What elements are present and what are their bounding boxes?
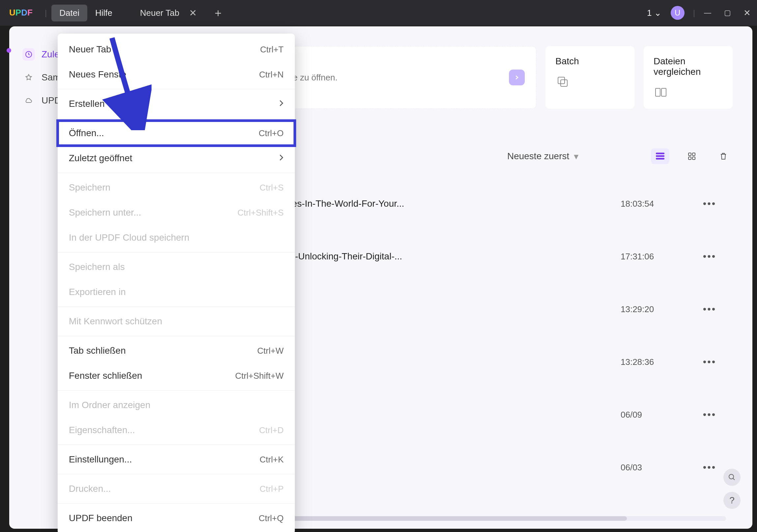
- new-tab-button[interactable]: ＋: [212, 5, 224, 20]
- menu-separator: [58, 390, 295, 391]
- menu-item-label: Eigenschaften...: [69, 425, 135, 435]
- menu-item[interactable]: Neues FensteCtrl+N: [58, 62, 295, 87]
- menu-item: Im Ordner anzeigen: [58, 392, 295, 418]
- tab-new[interactable]: Neuer Tab ✕: [134, 0, 203, 26]
- menu-item: In der UPDF Cloud speichern: [58, 225, 295, 250]
- menu-item-shortcut: Ctrl+Shift+S: [237, 208, 284, 218]
- file-more-button[interactable]: •••: [700, 303, 719, 315]
- batch-icon: [556, 75, 624, 91]
- menu-item: Drucken...Ctrl+P: [58, 476, 295, 501]
- sort-dropdown[interactable]: Neueste zuerst ▾: [507, 151, 578, 162]
- avatar[interactable]: U: [671, 6, 684, 20]
- menu-item-label: Neues Fenste: [69, 69, 126, 80]
- svg-rect-4: [655, 88, 660, 96]
- menu-separator: [58, 89, 295, 89]
- menu-item[interactable]: Einstellungen...Ctrl+K: [58, 447, 295, 472]
- view-list-button[interactable]: [651, 148, 669, 164]
- help-fab[interactable]: ?: [723, 492, 741, 509]
- clock-icon: [22, 48, 35, 61]
- svg-rect-2: [558, 77, 565, 84]
- file-more-button[interactable]: •••: [700, 462, 719, 473]
- menu-separator: [58, 306, 295, 307]
- file-menu-dropdown: Neuer TabCtrl+TNeues FensteCtrl+NErstell…: [58, 34, 295, 532]
- view-grid-button[interactable]: [682, 148, 701, 164]
- menu-item-label: Einstellungen...: [69, 454, 132, 465]
- menu-item[interactable]: Öffnen...Ctrl+O: [58, 121, 295, 146]
- menu-item[interactable]: Erstellen: [58, 91, 295, 116]
- svg-rect-11: [688, 157, 691, 160]
- menu-item[interactable]: UPDF beendenCtrl+Q: [58, 506, 295, 531]
- menu-item-label: In der UPDF Cloud speichern: [69, 233, 189, 243]
- menu-item[interactable]: Fenster schließenCtrl+Shift+W: [58, 363, 295, 388]
- menu-item: Speichern als: [58, 255, 295, 279]
- menu-item-label: Mit Kennwort schützen: [69, 316, 162, 327]
- cloud-icon: [22, 94, 35, 107]
- menu-item-label: Exportieren in: [69, 287, 126, 297]
- menu-item-label: Neuer Tab: [69, 44, 111, 55]
- menu-item-label: Speichern: [69, 182, 110, 193]
- file-time: 13:28:36: [621, 357, 700, 367]
- horizontal-scrollbar[interactable]: [230, 516, 726, 521]
- menu-separator: [58, 118, 295, 119]
- file-time: 06/09: [621, 410, 700, 420]
- menu-item: Mit Kennwort schützen: [58, 309, 295, 334]
- menu-item-shortcut: Ctrl+D: [259, 425, 284, 435]
- card-batch[interactable]: Batch: [546, 46, 634, 109]
- menu-item-label: Öffnen...: [69, 128, 104, 139]
- menu-help[interactable]: Hilfe: [87, 5, 120, 21]
- window-close[interactable]: ✕: [737, 8, 757, 18]
- edge-indicator: [7, 48, 11, 53]
- menu-separator: [58, 173, 295, 173]
- menu-item-label: UPDF beenden: [69, 513, 133, 523]
- caret-down-icon: ▾: [574, 151, 578, 162]
- file-more-button[interactable]: •••: [700, 198, 719, 209]
- menu-item-shortcut: Ctrl+N: [259, 70, 284, 80]
- menu-item-label: Im Ordner anzeigen: [69, 400, 150, 410]
- svg-rect-10: [692, 153, 695, 156]
- svg-point-13: [729, 474, 734, 479]
- window-maximize[interactable]: ▢: [717, 9, 737, 17]
- file-time: 17:31:06: [621, 252, 700, 262]
- file-more-button[interactable]: •••: [700, 409, 719, 420]
- chevron-right-icon: [279, 153, 284, 164]
- tab-close-icon[interactable]: ✕: [189, 8, 197, 18]
- menu-item: SpeichernCtrl+S: [58, 175, 295, 200]
- menu-item[interactable]: Zuletzt geöffnet: [58, 146, 295, 171]
- menu-item: Speichern unter...Ctrl+Shift+S: [58, 200, 295, 225]
- chevron-down-icon: ⌄: [654, 8, 661, 18]
- menu-item-label: Fenster schließen: [69, 370, 142, 381]
- file-more-button[interactable]: •••: [700, 356, 719, 367]
- menu-item[interactable]: Tab schließenCtrl+W: [58, 338, 295, 363]
- search-fab[interactable]: [723, 469, 741, 486]
- star-icon: [22, 71, 35, 84]
- file-more-button[interactable]: •••: [700, 251, 719, 262]
- menu-item-shortcut: Ctrl+Q: [258, 513, 284, 523]
- window-minimize[interactable]: —: [698, 9, 717, 17]
- sort-label: Neueste zuerst: [507, 151, 569, 162]
- menu-item: Eigenschaften...Ctrl+D: [58, 418, 295, 443]
- question-icon: ?: [729, 495, 735, 506]
- tab-count[interactable]: 1 ⌄: [647, 8, 661, 18]
- menu-separator: [58, 336, 295, 336]
- menu-item-shortcut: Ctrl+P: [259, 484, 284, 494]
- menu-item-label: Drucken...: [69, 484, 111, 494]
- menu-item-shortcut: Ctrl+S: [259, 183, 284, 193]
- menu-item[interactable]: Neuer TabCtrl+T: [58, 37, 295, 62]
- menu-item-label: Tab schließen: [69, 345, 126, 356]
- file-time: 13:29:20: [621, 304, 700, 314]
- compare-icon: [653, 85, 723, 102]
- tab-label: Neuer Tab: [140, 8, 180, 18]
- card-title: Batch: [556, 56, 624, 67]
- menu-item-label: Speichern als: [69, 262, 125, 272]
- menu-item-label: Speichern unter...: [69, 207, 141, 218]
- svg-rect-8: [656, 158, 664, 160]
- menu-item: Exportieren in: [58, 279, 295, 304]
- svg-rect-12: [692, 157, 695, 160]
- menu-item-shortcut: Ctrl+T: [260, 45, 284, 55]
- card-compare[interactable]: Dateien vergleichen: [644, 46, 733, 109]
- delete-button[interactable]: [714, 148, 733, 164]
- svg-text:UPDF: UPDF: [9, 8, 33, 17]
- svg-rect-9: [688, 153, 691, 156]
- svg-rect-7: [656, 155, 664, 157]
- menu-file[interactable]: Datei: [51, 5, 87, 21]
